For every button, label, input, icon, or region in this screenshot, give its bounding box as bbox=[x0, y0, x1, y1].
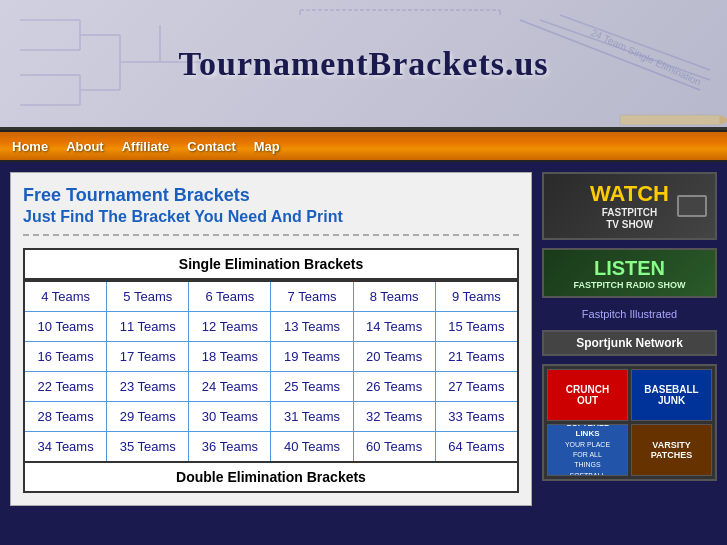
bracket-cell[interactable]: 17 Teams bbox=[107, 342, 189, 372]
bracket-cell[interactable]: 23 Teams bbox=[107, 372, 189, 402]
bracket-cell[interactable]: 18 Teams bbox=[189, 342, 271, 372]
bracket-cell[interactable]: 35 Teams bbox=[107, 432, 189, 463]
tagline-1: Free Tournament Brackets bbox=[23, 185, 519, 206]
bracket-cell[interactable]: 22 Teams bbox=[24, 372, 107, 402]
bracket-cell[interactable]: 9 Teams bbox=[435, 281, 518, 312]
content-area: Free Tournament Brackets Just Find The B… bbox=[10, 172, 532, 506]
bracket-cell[interactable]: 20 Teams bbox=[353, 342, 435, 372]
bracket-cell[interactable]: 10 Teams bbox=[24, 312, 107, 342]
bracket-cell[interactable]: 12 Teams bbox=[189, 312, 271, 342]
bracket-cell[interactable]: 27 Teams bbox=[435, 372, 518, 402]
bracket-cell[interactable]: 19 Teams bbox=[271, 342, 353, 372]
site-header: 24 Team Single Elimination TournamentBra… bbox=[0, 0, 727, 130]
bracket-cell[interactable]: 14 Teams bbox=[353, 312, 435, 342]
listen-label: LISTEN bbox=[574, 257, 686, 280]
patches-ad[interactable]: VARSITYPATCHES bbox=[631, 424, 712, 476]
site-title: TournamentBrackets.us bbox=[178, 45, 548, 83]
bracket-cell[interactable]: 11 Teams bbox=[107, 312, 189, 342]
patches-label: VARSITYPATCHES bbox=[651, 440, 693, 460]
baseballjunk-label: BASEBALLJUNK bbox=[644, 384, 698, 406]
nav-contact[interactable]: Contact bbox=[187, 139, 235, 154]
crunchout-ad[interactable]: CRUNCHOUT bbox=[547, 369, 628, 421]
bracket-cell[interactable]: 33 Teams bbox=[435, 402, 518, 432]
fastpitch-label[interactable]: Fastpitch Illustrated bbox=[542, 306, 717, 322]
bracket-cell[interactable]: 30 Teams bbox=[189, 402, 271, 432]
svg-line-20 bbox=[560, 15, 710, 70]
tv-icon bbox=[677, 195, 707, 217]
tagline-2: Just Find The Bracket You Need And Print bbox=[23, 208, 519, 226]
svg-marker-23 bbox=[720, 115, 727, 125]
sportjunk-header: Sportjunk Network bbox=[542, 330, 717, 356]
bracket-cell[interactable]: 36 Teams bbox=[189, 432, 271, 463]
softlinks-label: SOFTBALLLINKSYOUR PLACEFOR ALLTHINGSSOFT… bbox=[565, 424, 610, 476]
bracket-cell[interactable]: 26 Teams bbox=[353, 372, 435, 402]
bracket-cell[interactable]: 21 Teams bbox=[435, 342, 518, 372]
bracket-cell[interactable]: 25 Teams bbox=[271, 372, 353, 402]
bracket-cell[interactable]: 7 Teams bbox=[271, 281, 353, 312]
watch-label: WATCH bbox=[590, 181, 669, 207]
bracket-cell[interactable]: 13 Teams bbox=[271, 312, 353, 342]
single-elim-header: Single Elimination Brackets bbox=[23, 248, 519, 280]
bracket-cell[interactable]: 34 Teams bbox=[24, 432, 107, 463]
softlinks-ad[interactable]: SOFTBALLLINKSYOUR PLACEFOR ALLTHINGSSOFT… bbox=[547, 424, 628, 476]
nav-bar: Home About Affiliate Contact Map bbox=[0, 130, 727, 162]
bracket-cell[interactable]: 16 Teams bbox=[24, 342, 107, 372]
main-layout: Free Tournament Brackets Just Find The B… bbox=[0, 162, 727, 516]
listen-sub: FASTPITCH RADIO SHOW bbox=[574, 280, 686, 290]
bracket-cell[interactable]: 8 Teams bbox=[353, 281, 435, 312]
bracket-cell[interactable]: 40 Teams bbox=[271, 432, 353, 463]
svg-rect-22 bbox=[620, 115, 720, 125]
section-divider bbox=[23, 234, 519, 236]
watch-ad[interactable]: WATCH FASTPITCHTV SHOW bbox=[542, 172, 717, 240]
nav-affiliate[interactable]: Affiliate bbox=[122, 139, 170, 154]
bracket-cell[interactable]: 64 Teams bbox=[435, 432, 518, 463]
bracket-cell[interactable]: 24 Teams bbox=[189, 372, 271, 402]
nav-about[interactable]: About bbox=[66, 139, 104, 154]
nav-map[interactable]: Map bbox=[254, 139, 280, 154]
crunchout-label: CRUNCHOUT bbox=[566, 384, 609, 406]
bracket-cell[interactable]: 15 Teams bbox=[435, 312, 518, 342]
bracket-cell[interactable]: 29 Teams bbox=[107, 402, 189, 432]
bracket-cell[interactable]: 31 Teams bbox=[271, 402, 353, 432]
listen-ad[interactable]: LISTEN FASTPITCH RADIO SHOW bbox=[542, 248, 717, 298]
bracket-cell[interactable]: 28 Teams bbox=[24, 402, 107, 432]
bracket-cell[interactable]: 60 Teams bbox=[353, 432, 435, 463]
double-elim-header: Double Elimination Brackets bbox=[23, 463, 519, 493]
sidebar: WATCH FASTPITCHTV SHOW LISTEN FASTPITCH … bbox=[542, 172, 717, 506]
brackets-table: 4 Teams5 Teams6 Teams7 Teams8 Teams9 Tea… bbox=[23, 280, 519, 463]
sidebar-grid: CRUNCHOUT BASEBALLJUNK SOFTBALLLINKSYOUR… bbox=[542, 364, 717, 481]
watch-sub: FASTPITCHTV SHOW bbox=[590, 207, 669, 231]
bracket-cell[interactable]: 5 Teams bbox=[107, 281, 189, 312]
bracket-cell[interactable]: 32 Teams bbox=[353, 402, 435, 432]
nav-home[interactable]: Home bbox=[12, 139, 48, 154]
bracket-cell[interactable]: 6 Teams bbox=[189, 281, 271, 312]
svg-text:24 Team Single Elimination: 24 Team Single Elimination bbox=[589, 27, 703, 88]
bracket-cell[interactable]: 4 Teams bbox=[24, 281, 107, 312]
baseballjunk-ad[interactable]: BASEBALLJUNK bbox=[631, 369, 712, 421]
